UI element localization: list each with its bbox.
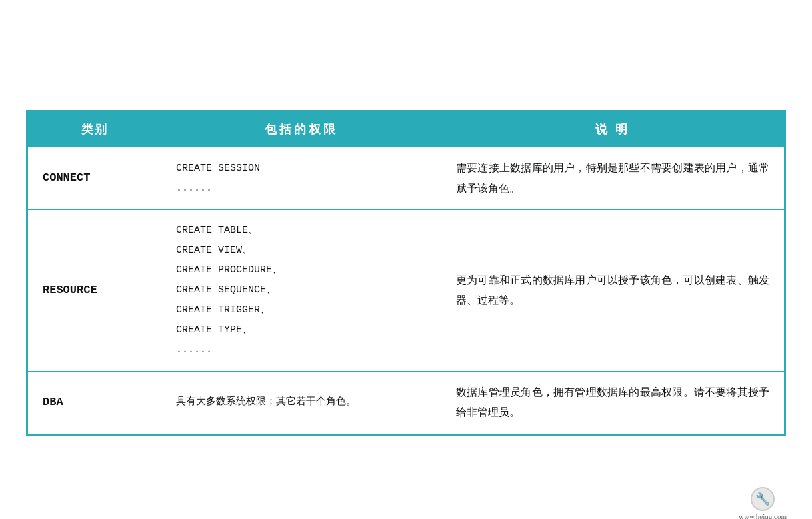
cell-category: DBA [28,372,161,434]
page-wrapper: 类别 包括的权限 说 明 CONNECTCREATE SESSION......… [13,13,799,519]
watermark-logo: 🔧 [751,487,775,511]
cell-permissions: CREATE TABLE、CREATE VIEW、CREATE PROCEDUR… [161,210,441,372]
table-row: DBA具有大多数系统权限；其它若干个角色。数据库管理员角色，拥有管理数据库的最高… [28,372,785,434]
watermark: 🔧 www.heiqu.com [739,487,787,519]
table-row: RESOURCECREATE TABLE、CREATE VIEW、CREATE … [28,210,785,372]
col-header-permissions: 包括的权限 [161,112,441,147]
col-header-category: 类别 [28,112,161,147]
cell-category: CONNECT [28,147,161,210]
col-header-description: 说 明 [441,112,785,147]
cell-description: 更为可靠和正式的数据库用户可以授予该角色，可以创建表、触发器、过程等。 [441,210,785,372]
header-row: 类别 包括的权限 说 明 [28,112,785,147]
table-container: 类别 包括的权限 说 明 CONNECTCREATE SESSION......… [26,110,786,436]
cell-description: 数据库管理员角色，拥有管理数据库的最高权限。请不要将其授予给非管理员。 [441,372,785,434]
cell-category: RESOURCE [28,210,161,372]
cell-description: 需要连接上数据库的用户，特别是那些不需要创建表的用户，通常赋予该角色。 [441,147,785,210]
table-row: CONNECTCREATE SESSION......需要连接上数据库的用户，特… [28,147,785,210]
watermark-text: www.heiqu.com [739,512,787,519]
cell-permissions: CREATE SESSION...... [161,147,441,210]
main-table: 类别 包括的权限 说 明 CONNECTCREATE SESSION......… [27,111,785,434]
cell-permissions: 具有大多数系统权限；其它若干个角色。 [161,372,441,434]
